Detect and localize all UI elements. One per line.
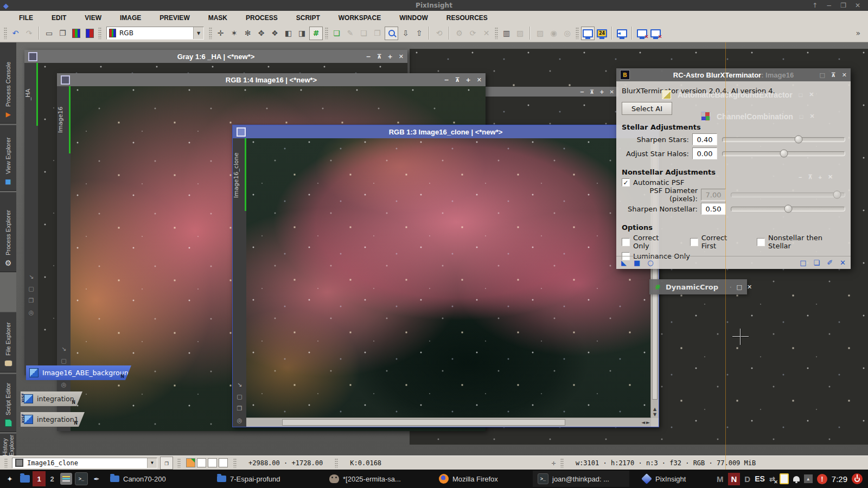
fit-frame-icon[interactable]: ▢ bbox=[61, 357, 66, 364]
maximize-icon[interactable]: + bbox=[388, 53, 393, 60]
task-pixinsight[interactable]: PixInsight bbox=[637, 471, 706, 487]
toolbar-handle[interactable] bbox=[98, 27, 101, 39]
screen-transfer-icon[interactable] bbox=[581, 27, 595, 40]
readout-swatch[interactable] bbox=[208, 458, 217, 467]
minimize-icon[interactable]: − bbox=[580, 89, 584, 95]
background-window-titlebar[interactable]: − ⊼ + ✕ bbox=[484, 87, 618, 97]
apply-global-icon[interactable]: ■ bbox=[634, 259, 640, 267]
task-terminal[interactable]: >_ joan@thinkpad: ... bbox=[533, 471, 629, 487]
image-window-clone[interactable]: RGB 1:3 Image16_clone | <*new*> Image16_… bbox=[232, 125, 659, 427]
menu-image[interactable]: IMAGE bbox=[111, 14, 150, 22]
sidebar-item-process-console[interactable]: Process Console ▶ bbox=[0, 42, 16, 124]
clone-image-canvas[interactable] bbox=[246, 138, 651, 418]
fit-view-icon[interactable]: ◨ bbox=[296, 27, 308, 40]
menu-process[interactable]: PROCESS bbox=[237, 14, 287, 22]
duplicate-view-icon[interactable]: ❐ bbox=[29, 297, 34, 304]
correct-only-checkbox[interactable] bbox=[622, 238, 630, 246]
rgb4-window-titlebar[interactable]: RGB 1:4 Image16 | <*new*> − ⊼ + ✕ bbox=[57, 73, 486, 86]
move-mode-icon[interactable]: ✥ bbox=[255, 27, 267, 40]
close-icon[interactable]: ✕ bbox=[610, 89, 614, 95]
zoom-to-fit-icon[interactable]: ✶ bbox=[228, 27, 240, 40]
track-view-icon[interactable]: □ bbox=[800, 259, 806, 267]
redo-icon[interactable]: ↷ bbox=[23, 27, 35, 40]
toolbar-handle[interactable] bbox=[576, 27, 579, 39]
package-manager-icon[interactable] bbox=[59, 472, 73, 486]
tray-letter-m[interactable]: M bbox=[717, 474, 724, 484]
shade-icon[interactable]: ⊼ bbox=[455, 76, 460, 84]
minimize-icon[interactable]: − bbox=[444, 76, 449, 84]
restore-icon[interactable]: ❐ bbox=[840, 2, 846, 9]
network-icon[interactable]: ⇄✕ bbox=[769, 475, 775, 483]
workspace-1-button[interactable]: 1 bbox=[33, 471, 46, 486]
sidebar-item-file-explorer[interactable]: File Explorer bbox=[0, 312, 16, 373]
task-folder-canon[interactable]: Canon70-200 bbox=[105, 471, 205, 487]
power-icon[interactable] bbox=[852, 473, 863, 484]
app-titlebar[interactable]: ◆ PixInsight ↑ − ❐ ✕ bbox=[0, 0, 868, 11]
restore-icon[interactable]: □ bbox=[737, 284, 742, 291]
menu-script[interactable]: SCRIPT bbox=[287, 14, 329, 22]
menu-edit[interactable]: EDIT bbox=[42, 14, 75, 22]
process-settings-icon[interactable]: ⚙ bbox=[453, 27, 465, 40]
fit-frame-icon[interactable]: ▢ bbox=[237, 393, 242, 400]
statusbar-handle[interactable] bbox=[233, 458, 237, 468]
horizontal-scrollbar[interactable]: ◄ ► bbox=[246, 418, 651, 427]
reset-icon[interactable]: ✕ bbox=[840, 259, 846, 267]
center-view-icon[interactable]: ◎ bbox=[29, 309, 34, 316]
center-view-icon[interactable]: ◎ bbox=[61, 381, 67, 388]
disable-stf-icon[interactable]: ✕ bbox=[649, 27, 662, 40]
adjust-halos-slider[interactable] bbox=[722, 151, 845, 156]
clone-process-icon[interactable]: ❐ bbox=[371, 27, 384, 40]
wm-logo-icon[interactable]: ✦ bbox=[3, 472, 17, 486]
restore-icon[interactable]: □ bbox=[819, 72, 825, 79]
menu-workspace[interactable]: WORKSPACE bbox=[329, 14, 390, 22]
dynamic-crop-icon[interactable]: # bbox=[309, 27, 323, 40]
icon-tab-integration[interactable]: XISF integration N bbox=[21, 391, 82, 406]
show-desktop-icon[interactable] bbox=[18, 472, 32, 486]
unmaximize-icon[interactable]: ↑ bbox=[812, 2, 818, 9]
readout-swatch-active[interactable] bbox=[186, 458, 195, 467]
toolbar-overflow-icon[interactable]: » bbox=[856, 29, 860, 37]
color-depth-24-icon[interactable]: 24 bbox=[596, 27, 608, 40]
documentation-icon[interactable]: ❏ bbox=[814, 259, 820, 267]
chevron-down-icon[interactable]: ▼ bbox=[193, 27, 203, 39]
close-icon[interactable]: ✕ bbox=[399, 53, 404, 60]
menu-window[interactable]: WINDOW bbox=[390, 14, 437, 22]
icon-tab-integration1[interactable]: XISF integration1 N bbox=[21, 412, 85, 427]
adjust-halos-value[interactable]: 0.00 bbox=[692, 147, 717, 159]
maximize-icon[interactable]: + bbox=[599, 89, 604, 95]
dynamic-ops-icon[interactable]: ❖ bbox=[269, 27, 281, 40]
channel-selector[interactable]: RGB ▼ bbox=[106, 27, 204, 40]
statusbar-handle[interactable] bbox=[335, 458, 338, 468]
preferences-wrench-icon[interactable]: ✐ bbox=[827, 259, 833, 267]
alert-icon[interactable]: ! bbox=[817, 474, 827, 484]
statusbar-handle[interactable] bbox=[177, 458, 181, 468]
scroll-up-icon[interactable]: ▲ bbox=[653, 407, 656, 412]
apply-stf-icon[interactable]: ◄ bbox=[616, 27, 628, 40]
zoom-corner-icon[interactable]: ↘ bbox=[29, 273, 34, 280]
blurx-titlebar[interactable]: B RC-Astro BlurXTerminator: Image16 □ ⊼ … bbox=[616, 68, 851, 81]
reload-process-icon[interactable]: ⟳ bbox=[467, 27, 479, 40]
zoom-corner-icon[interactable]: ↘ bbox=[237, 381, 242, 388]
toolbar-handle[interactable] bbox=[4, 27, 7, 39]
center-view-icon[interactable]: ◎ bbox=[237, 417, 242, 424]
maximize-icon[interactable]: + bbox=[466, 76, 471, 84]
duplicate-view-icon[interactable]: ❐ bbox=[237, 405, 242, 412]
chevron-down-icon[interactable]: ▼ bbox=[147, 458, 157, 468]
dynamiccrop-window[interactable]: # DynamicCrop · □ ✕ bbox=[649, 279, 747, 294]
add-process-icon[interactable]: ❏ bbox=[358, 27, 370, 40]
statusbar-handle[interactable] bbox=[4, 458, 8, 468]
fit-frame-icon[interactable]: ▢ bbox=[28, 285, 34, 292]
close-icon[interactable]: ✕ bbox=[842, 72, 847, 79]
ha-window-titlebar[interactable]: Gray 1:6 _HA | <*new*> − ⊼ + ✕ bbox=[24, 50, 407, 63]
statusbar-handle[interactable] bbox=[560, 458, 564, 468]
remove-mask-icon[interactable]: ▨ bbox=[514, 27, 526, 40]
new-instance-icon[interactable]: ◣ bbox=[621, 259, 627, 267]
view-window-button[interactable]: ❐ bbox=[160, 457, 173, 470]
menu-preview[interactable]: PREVIEW bbox=[150, 14, 199, 22]
clipboard-icon[interactable] bbox=[780, 473, 789, 484]
shade-icon[interactable]: · bbox=[730, 284, 732, 291]
sharpen-stars-slider[interactable] bbox=[722, 137, 845, 142]
scroll-left-icon[interactable]: ◄ bbox=[641, 420, 645, 425]
shade-icon[interactable]: ⊼ bbox=[590, 89, 594, 95]
notification-bell-icon[interactable] bbox=[793, 476, 800, 481]
